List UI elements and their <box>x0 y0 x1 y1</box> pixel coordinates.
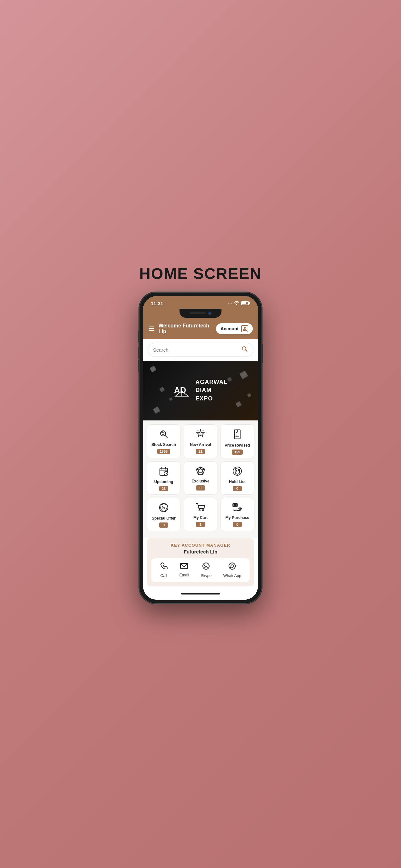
header-left: ☰ Welcome Futuretech Llp <box>148 323 216 335</box>
signal-icon: ··· <box>228 301 232 305</box>
call-icon <box>160 562 167 572</box>
contact-email-label: Email <box>179 573 189 578</box>
upcoming-icon <box>159 466 168 477</box>
contact-whatsapp-label: WhatsApp <box>223 574 241 578</box>
price-revised-icon: $ <box>233 429 242 441</box>
svg-line-14 <box>197 430 198 431</box>
home-indicator <box>143 590 258 600</box>
svg-point-44 <box>229 563 235 569</box>
card-my-purchase-label: My Purchase <box>225 516 249 520</box>
kam-section: KEY ACCOUNT MANAGER Futuretech Llp Call <box>147 538 254 586</box>
search-input[interactable] <box>153 347 239 352</box>
logo-ad-mark: AD <box>174 381 190 399</box>
account-button[interactable]: Account <box>216 323 253 334</box>
page-wrapper: HOME SCREEN 11:31 ··· <box>123 265 278 603</box>
card-my-purchase[interactable]: My Purchase 0 <box>220 498 254 531</box>
notch-speaker <box>189 312 206 314</box>
grid-row-2: Upcoming 23 <box>147 461 254 495</box>
card-exclusive-badge: 0 <box>196 485 205 491</box>
card-new-arrival[interactable]: New Arrival 21 <box>184 424 217 458</box>
contact-whatsapp[interactable]: WhatsApp <box>223 562 241 578</box>
kam-name: Futuretech Llp <box>151 549 250 554</box>
card-upcoming-label: Upcoming <box>154 479 174 484</box>
card-exclusive-label: Exclusive <box>191 479 209 484</box>
card-upcoming-badge: 23 <box>159 486 168 491</box>
exclusive-icon <box>196 466 205 477</box>
my-purchase-icon <box>232 503 243 514</box>
grid-section: Stock Search 1655 <box>143 421 258 538</box>
account-avatar <box>241 325 248 332</box>
stock-search-icon <box>159 429 168 440</box>
svg-line-9 <box>162 432 162 432</box>
svg-point-38 <box>203 509 204 511</box>
skype-icon <box>202 562 210 572</box>
contact-call-label: Call <box>160 574 167 578</box>
card-price-revised[interactable]: $ Price Revised 129 <box>220 424 254 458</box>
special-offer-icon: % <box>159 503 168 514</box>
card-special-offer[interactable]: % Special Offer 0 <box>147 498 181 531</box>
new-arrival-icon <box>196 429 205 440</box>
hamburger-menu[interactable]: ☰ <box>148 324 155 333</box>
card-stock-search-badge: 1655 <box>157 449 170 454</box>
svg-point-0 <box>236 304 237 305</box>
card-upcoming[interactable]: Upcoming 23 <box>147 461 181 495</box>
logo-company-name: AGARWALDIAMEXPO <box>195 378 227 403</box>
card-new-arrival-badge: 21 <box>196 449 205 454</box>
wifi-icon <box>234 301 239 306</box>
status-bar: 11:31 ··· <box>143 296 258 309</box>
card-special-offer-badge: 0 <box>159 523 168 528</box>
card-stock-search-label: Stock Search <box>151 442 176 447</box>
notch-camera <box>208 312 212 315</box>
svg-line-7 <box>165 435 167 438</box>
svg-point-1 <box>244 327 246 329</box>
card-hold-list-label: Hold List <box>229 479 245 484</box>
whatsapp-icon <box>228 562 236 572</box>
svg-marker-28 <box>198 469 203 473</box>
card-price-revised-badge: 129 <box>232 450 243 455</box>
battery-icon <box>241 301 250 305</box>
kam-title: KEY ACCOUNT MANAGER <box>151 543 250 548</box>
email-icon <box>180 563 188 571</box>
card-my-cart[interactable]: My Cart 1 <box>184 498 217 531</box>
home-bar <box>181 593 220 594</box>
grid-row-1: Stock Search 1655 <box>147 424 254 458</box>
my-cart-icon <box>196 503 205 514</box>
phone-frame: 11:31 ··· <box>139 292 262 603</box>
card-hold-list[interactable]: Hold List 0 <box>220 461 254 495</box>
svg-text:%: % <box>162 506 165 509</box>
grid-row-3: % Special Offer 0 <box>147 498 254 531</box>
banner: AD AGARWALDIAMEXPO <box>143 361 258 421</box>
banner-logo: AD AGARWALDIAMEXPO <box>174 378 227 403</box>
card-my-purchase-badge: 0 <box>233 522 242 527</box>
svg-point-37 <box>199 509 200 511</box>
card-hold-list-badge: 0 <box>233 486 242 491</box>
search-icon[interactable] <box>242 346 248 354</box>
contact-email[interactable]: Email <box>179 563 189 578</box>
card-exclusive[interactable]: Exclusive 0 <box>184 461 217 495</box>
card-my-cart-label: My Cart <box>193 516 208 520</box>
search-box <box>148 343 253 357</box>
hold-list-icon <box>233 466 242 477</box>
contact-row: Call Email <box>151 558 250 582</box>
status-icons: ··· <box>228 301 250 306</box>
app-header: ☰ Welcome Futuretech Llp Account <box>143 320 258 339</box>
svg-point-8 <box>162 432 164 434</box>
contact-skype[interactable]: Skype <box>201 562 212 578</box>
card-my-cart-badge: 1 <box>196 522 205 527</box>
account-label: Account <box>220 326 239 331</box>
svg-line-13 <box>203 430 204 431</box>
contact-skype-label: Skype <box>201 574 212 578</box>
search-container <box>143 339 258 361</box>
welcome-text: Welcome Futuretech Llp <box>158 323 216 335</box>
notch-inner <box>180 309 221 318</box>
status-time: 11:31 <box>151 301 163 306</box>
card-new-arrival-label: New Arrival <box>190 442 211 447</box>
card-stock-search[interactable]: Stock Search 1655 <box>147 424 181 458</box>
page-title: HOME SCREEN <box>139 265 261 283</box>
notch <box>143 309 258 320</box>
contact-call[interactable]: Call <box>160 562 167 578</box>
card-special-offer-label: Special Offer <box>152 516 176 521</box>
card-price-revised-label: Price Revised <box>225 443 250 447</box>
phone-screen: 11:31 ··· <box>143 296 258 600</box>
